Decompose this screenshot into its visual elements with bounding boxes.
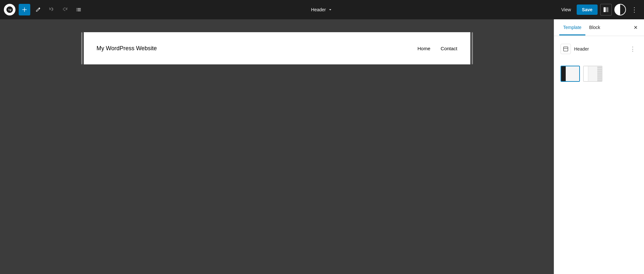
layout-preview-1-sidebar [561,66,566,81]
layout-preview-1-main [566,66,579,81]
view-button[interactable]: View [558,5,574,14]
panel-close-button[interactable]: × [632,23,639,33]
svg-rect-2 [563,47,568,51]
toolbar-center: Header [309,5,336,14]
more-options-button[interactable]: ⋮ [629,5,640,14]
add-block-button[interactable] [19,4,30,15]
redo-button[interactable] [59,4,71,15]
nav-link-home[interactable]: Home [418,46,430,51]
layout-preview-2[interactable] [583,66,602,82]
layout-previews [559,63,639,84]
right-panel: Template Block × Header ⋮ [554,19,644,274]
header-block-name: Header [574,46,625,52]
contrast-button[interactable] [614,4,626,15]
layout-toggle-button[interactable] [600,4,612,15]
layout-preview-1[interactable] [561,66,580,82]
scroll-handle-left [81,32,82,64]
layout-preview-2-main [588,66,597,81]
toolbar: Header View Save ⋮ [0,0,644,19]
header-title-button[interactable]: Header [309,5,336,14]
header-title-text: Header [311,7,326,12]
site-title: My WordPress Website [97,45,157,52]
tab-template[interactable]: Template [559,20,585,35]
svg-rect-0 [604,7,606,12]
wordpress-logo[interactable] [4,4,15,15]
layout-preview-2-sidebar [584,66,588,81]
toolbar-left [4,4,84,15]
nav-link-contact[interactable]: Contact [441,46,457,51]
canvas-wrapper: My WordPress Website Home Contact [84,32,470,64]
svg-rect-1 [606,7,609,12]
main-area: My WordPress Website Home Contact Templa… [0,19,644,274]
canvas-header-block[interactable]: My WordPress Website Home Contact [84,32,470,64]
toolbar-right: View Save ⋮ [558,4,640,15]
list-view-button[interactable] [73,4,84,15]
header-block-row: Header ⋮ [559,41,639,57]
canvas-area: My WordPress Website Home Contact [0,19,554,274]
save-button[interactable]: Save [577,5,598,15]
nav-links: Home Contact [418,46,457,51]
tools-button[interactable] [32,4,44,15]
scroll-handle-right [472,32,473,64]
layout-preview-2-right [597,66,602,81]
undo-button[interactable] [46,4,57,15]
header-block-icon [561,44,571,54]
header-block-more-button[interactable]: ⋮ [628,45,638,53]
panel-tabs: Template Block × [554,19,644,36]
panel-body: Header ⋮ [554,36,644,274]
tab-block[interactable]: Block [585,20,604,35]
